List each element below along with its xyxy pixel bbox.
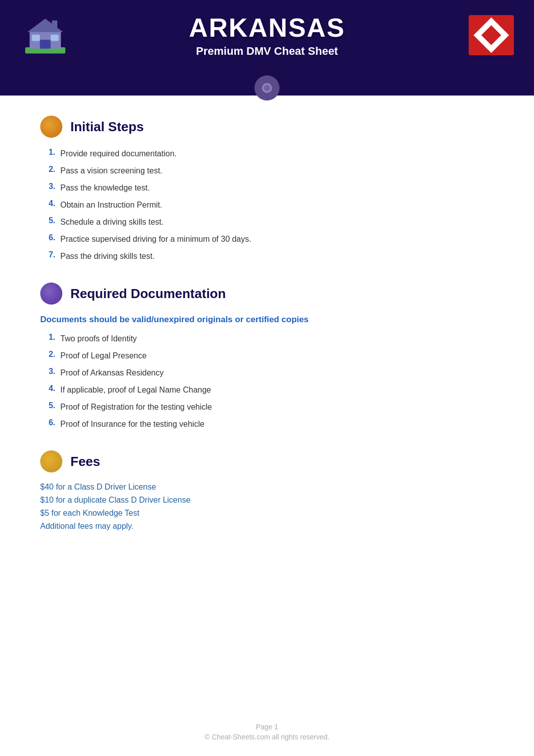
svg-rect-3 — [40, 40, 50, 49]
header: ARKANSAS Premium DMV Cheat Sheet — [0, 0, 534, 70]
list-item: 2. Proof of Legal Presence — [40, 350, 494, 362]
list-text: Proof of Registration for the testing ve… — [60, 401, 212, 413]
fees-section: Fees $40 for a Class D Driver License$10… — [40, 450, 494, 531]
required-docs-list: 1. Two proofs of Identity 2. Proof of Le… — [40, 333, 494, 430]
fees-list: $40 for a Class D Driver License$10 for … — [40, 483, 494, 531]
list-text: Practice supervised driving for a minimu… — [60, 233, 251, 245]
list-number: 6. — [40, 418, 55, 427]
header-subtitle: Premium DMV Cheat Sheet — [189, 45, 345, 58]
list-item: 4. Obtain an Instruction Permit. — [40, 199, 494, 211]
logo-left — [20, 13, 70, 58]
list-item: 1. Two proofs of Identity — [40, 333, 494, 345]
list-text: Pass a vision screening test. — [60, 165, 162, 177]
list-item: 6. Proof of Insurance for the testing ve… — [40, 418, 494, 430]
list-text: Proof of Arkansas Residency — [60, 367, 163, 379]
list-text: Pass the driving skills test. — [60, 250, 155, 262]
list-number: 5. — [40, 401, 55, 410]
page: ARKANSAS Premium DMV Cheat Sheet Initial… — [0, 0, 534, 756]
fee-item: $40 for a Class D Driver License — [40, 483, 494, 492]
list-item: 3. Proof of Arkansas Residency — [40, 367, 494, 379]
footer-page: Page 1 — [15, 723, 519, 731]
initial-steps-list: 1. Provide required documentation. 2. Pa… — [40, 148, 494, 262]
list-text: Schedule a driving skills test. — [60, 216, 163, 228]
list-number: 5. — [40, 216, 55, 225]
list-number: 1. — [40, 333, 55, 342]
required-docs-section: Required Documentation Documents should … — [40, 282, 494, 430]
required-docs-subtitle: Documents should be valid/unexpired orig… — [40, 315, 494, 325]
svg-rect-4 — [32, 35, 40, 41]
required-docs-header: Required Documentation — [40, 282, 494, 305]
fee-item: $5 for each Knowledge Test — [40, 509, 494, 518]
list-text: Proof of Legal Presence — [60, 350, 147, 362]
list-number: 4. — [40, 384, 55, 393]
list-number: 7. — [40, 250, 55, 259]
list-text: Two proofs of Identity — [60, 333, 137, 345]
required-docs-title: Required Documentation — [70, 286, 226, 302]
list-number: 3. — [40, 367, 55, 376]
list-text: Provide required documentation. — [60, 148, 176, 160]
list-item: 4. If applicable, proof of Legal Name Ch… — [40, 384, 494, 396]
list-text: If applicable, proof of Legal Name Chang… — [60, 384, 211, 396]
logo-right — [469, 15, 514, 55]
banner-divider — [0, 70, 534, 96]
initial-steps-icon — [40, 116, 62, 138]
list-text: Pass the knowledge test. — [60, 182, 150, 194]
list-item: 7. Pass the driving skills test. — [40, 250, 494, 262]
footer-copyright: © Cheat-Sheets.com all rights reserved. — [15, 733, 519, 741]
banner-circle — [254, 75, 280, 101]
list-item: 5. Schedule a driving skills test. — [40, 216, 494, 228]
arkansas-diamond-icon — [474, 18, 509, 53]
header-center: ARKANSAS Premium DMV Cheat Sheet — [189, 13, 345, 58]
footer: Page 1 © Cheat-Sheets.com all rights res… — [0, 708, 534, 756]
list-number: 6. — [40, 233, 55, 242]
fees-header: Fees — [40, 450, 494, 472]
list-item: 1. Provide required documentation. — [40, 148, 494, 160]
list-item: 3. Pass the knowledge test. — [40, 182, 494, 194]
list-number: 4. — [40, 199, 55, 208]
list-number: 3. — [40, 182, 55, 191]
list-text: Obtain an Instruction Permit. — [60, 199, 162, 211]
svg-marker-2 — [27, 19, 63, 32]
initial-steps-header: Initial Steps — [40, 116, 494, 138]
fees-icon — [40, 450, 62, 472]
list-number: 2. — [40, 165, 55, 174]
circle-icon — [260, 81, 274, 95]
fee-item: Additional fees may apply. — [40, 522, 494, 531]
list-item: 5. Proof of Registration for the testing… — [40, 401, 494, 413]
svg-rect-6 — [52, 21, 57, 30]
house-icon — [23, 15, 68, 55]
list-number: 1. — [40, 148, 55, 157]
list-text: Proof of Insurance for the testing vehic… — [60, 418, 204, 430]
header-title: ARKANSAS — [189, 13, 345, 43]
fee-item: $10 for a duplicate Class D Driver Licen… — [40, 496, 494, 505]
svg-point-8 — [264, 85, 270, 91]
svg-rect-5 — [51, 35, 59, 41]
initial-steps-title: Initial Steps — [70, 119, 144, 135]
list-item: 2. Pass a vision screening test. — [40, 165, 494, 177]
list-number: 2. — [40, 350, 55, 359]
initial-steps-section: Initial Steps 1. Provide required docume… — [40, 116, 494, 262]
required-docs-icon — [40, 282, 62, 305]
fees-title: Fees — [70, 454, 100, 469]
content: Initial Steps 1. Provide required docume… — [0, 96, 534, 708]
list-item: 6. Practice supervised driving for a min… — [40, 233, 494, 245]
